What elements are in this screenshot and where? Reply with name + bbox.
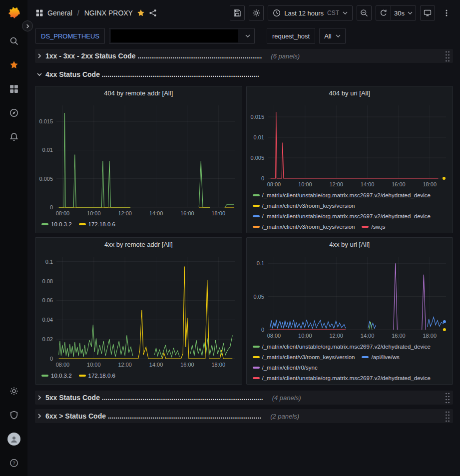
row-panel-count: (6 panels) xyxy=(271,52,300,60)
dashboard-body: 1xx - 3xx - 2xx Status Code ............… xyxy=(27,46,460,476)
legend-label: /sw.js xyxy=(371,224,385,230)
row-title: 6xx > Status Code ......................… xyxy=(45,412,261,420)
legend-item[interactable]: /sw.js xyxy=(362,222,385,231)
panel-title[interactable]: 4xx by uri [All] xyxy=(247,238,453,252)
dashboard-row-6xx[interactable]: 6xx > Status Code ......................… xyxy=(35,409,453,423)
panel-grid: 404 by remote addr [All] 08:0010:0012:00… xyxy=(35,86,453,385)
legend-item[interactable]: 10.0.3.2 xyxy=(41,371,72,380)
legend-item[interactable]: /api/live/ws xyxy=(362,352,399,362)
admin-shield-icon[interactable] xyxy=(0,403,27,427)
settings-icon[interactable] xyxy=(0,379,27,403)
tv-mode-button[interactable] xyxy=(420,5,435,20)
legend-swatch xyxy=(79,223,86,225)
chevron-down-icon xyxy=(343,11,348,14)
chart-plot[interactable]: 08:0010:0012:0014:0016:0018:0000.0050.01… xyxy=(35,100,242,218)
legend-item[interactable]: /_matrix/client/unstable/org.matrix.msc2… xyxy=(253,190,431,200)
legend-item[interactable]: 172.18.0.6 xyxy=(79,219,115,229)
svg-text:12:00: 12:00 xyxy=(329,333,343,339)
legend-swatch xyxy=(253,346,260,348)
dashboard-row-4xx[interactable]: 4xx Status Code ........................… xyxy=(35,67,453,81)
search-icon[interactable] xyxy=(0,29,27,53)
zoom-out-button[interactable] xyxy=(357,5,372,20)
grafana-logo[interactable] xyxy=(5,5,22,22)
chart-plot[interactable]: 08:0010:0012:0014:0016:0018:0000.020.040… xyxy=(35,252,242,370)
chart-plot[interactable]: 08:0010:0012:0014:0016:0018:0000.050.1 xyxy=(247,252,453,341)
time-range-picker[interactable]: Last 12 hours CST xyxy=(268,5,353,20)
legend-item[interactable]: /_matrix/client/unstable/org.matrix.msc2… xyxy=(253,211,431,221)
favorite-star-icon[interactable] xyxy=(137,9,145,17)
time-range-label: Last 12 hours xyxy=(284,9,324,17)
svg-text:14:00: 14:00 xyxy=(360,333,374,339)
svg-text:18:00: 18:00 xyxy=(211,362,225,368)
page-title: NGINX PROXY xyxy=(84,9,133,17)
chart-legend: 10.0.3.2172.18.0.6 xyxy=(35,218,242,233)
legend-item[interactable]: 10.0.3.2 xyxy=(41,219,72,229)
refresh-button[interactable] xyxy=(376,5,391,20)
svg-text:14:00: 14:00 xyxy=(149,210,163,216)
save-dashboard-button[interactable] xyxy=(230,5,245,20)
legend-item[interactable]: /_matrix/client/r0/sync xyxy=(253,363,318,372)
svg-text:0.005: 0.005 xyxy=(39,176,53,182)
legend-item[interactable]: /_matrix/client/unstable/org.matrix.msc2… xyxy=(253,373,431,383)
svg-text:0.1: 0.1 xyxy=(45,259,53,265)
refresh-interval-dropdown[interactable]: 30s xyxy=(391,5,416,20)
svg-text:0: 0 xyxy=(261,175,264,181)
dashboards-icon[interactable] xyxy=(0,77,27,101)
help-icon[interactable]: ? xyxy=(0,451,27,475)
datasource-select[interactable] xyxy=(109,28,255,44)
svg-text:12:00: 12:00 xyxy=(329,181,343,187)
legend-item[interactable]: /_matrix/client/v3/room_keys/version xyxy=(253,222,355,231)
kebab-menu-button[interactable] xyxy=(439,5,454,20)
refresh-interval-label: 30s xyxy=(394,9,405,17)
svg-text:0.015: 0.015 xyxy=(250,114,264,120)
row-drag-handle[interactable] xyxy=(445,50,450,62)
panel-title[interactable]: 4xx by remote addr [All] xyxy=(35,238,242,252)
panel-title[interactable]: 404 by uri [All] xyxy=(247,86,453,100)
dashboard-row-5xx[interactable]: 5xx Status Code ........................… xyxy=(35,391,453,405)
legend-swatch xyxy=(41,223,48,225)
apps-grid-icon xyxy=(35,9,43,17)
svg-text:0: 0 xyxy=(50,204,53,210)
panel-4xx-by-uri: 4xx by uri [All] 08:0010:0012:0014:0016:… xyxy=(246,237,454,385)
legend-label: /_matrix/client/unstable/org.matrix.msc2… xyxy=(262,192,431,198)
legend-item[interactable]: /_matrix/client/unstable/org.matrix.msc2… xyxy=(253,342,431,351)
share-icon[interactable] xyxy=(149,9,157,17)
svg-text:08:00: 08:00 xyxy=(56,210,70,216)
svg-text:0: 0 xyxy=(261,327,264,333)
legend-label: /_matrix/client/unstable/org.matrix.msc2… xyxy=(262,375,431,381)
dashboard-row-1xx-3xx-2xx[interactable]: 1xx - 3xx - 2xx Status Code ............… xyxy=(35,49,453,63)
panel-title[interactable]: 404 by remote addr [All] xyxy=(35,86,242,100)
legend-label: /_matrix/client/r0/sync xyxy=(262,365,318,371)
row-drag-handle[interactable] xyxy=(445,411,450,422)
alerting-icon[interactable] xyxy=(0,125,27,149)
starred-dashboards-icon[interactable] xyxy=(0,53,27,77)
avatar xyxy=(7,433,20,446)
svg-text:14:00: 14:00 xyxy=(149,362,163,368)
dashboard-settings-button[interactable] xyxy=(249,5,264,20)
clock-icon xyxy=(273,9,281,17)
explore-icon[interactable] xyxy=(0,101,27,125)
legend-label: /_matrix/client/unstable/org.matrix.msc2… xyxy=(262,213,431,219)
svg-text:0.04: 0.04 xyxy=(42,317,53,323)
svg-text:12:00: 12:00 xyxy=(118,210,132,216)
user-avatar[interactable] xyxy=(0,427,27,451)
chart-plot[interactable]: 08:0010:0012:0014:0016:0018:0000.0050.01… xyxy=(247,100,453,189)
panel-4xx-by-remote-addr: 4xx by remote addr [All] 08:0010:0012:00… xyxy=(35,237,242,385)
sidebar-expand-button[interactable] xyxy=(22,20,33,31)
chart-legend: /_matrix/client/unstable/org.matrix.msc2… xyxy=(247,189,453,233)
variable-label-ds-prometheus[interactable]: DS_PROMETHEUS xyxy=(35,28,105,44)
breadcrumb-section[interactable]: General xyxy=(47,9,72,17)
legend-item[interactable]: 172.18.0.6 xyxy=(79,371,115,380)
legend-swatch xyxy=(362,226,369,228)
svg-text:10:00: 10:00 xyxy=(87,362,101,368)
legend-item[interactable]: /_matrix/client/v3/room_keys/version xyxy=(253,201,355,210)
legend-swatch xyxy=(253,205,260,207)
topbar-actions: Last 12 hours CST xyxy=(230,5,454,20)
request-host-select[interactable]: All xyxy=(319,28,345,44)
svg-text:18:00: 18:00 xyxy=(423,333,437,339)
row-drag-handle[interactable] xyxy=(445,392,450,404)
legend-label: /_matrix/client/v3/room_keys/version xyxy=(262,224,355,230)
panel-404-by-remote-addr: 404 by remote addr [All] 08:0010:0012:00… xyxy=(35,86,242,233)
legend-item[interactable]: /_matrix/client/v3/room_keys/version xyxy=(253,352,355,362)
legend-label: /api/live/ws xyxy=(371,354,399,360)
